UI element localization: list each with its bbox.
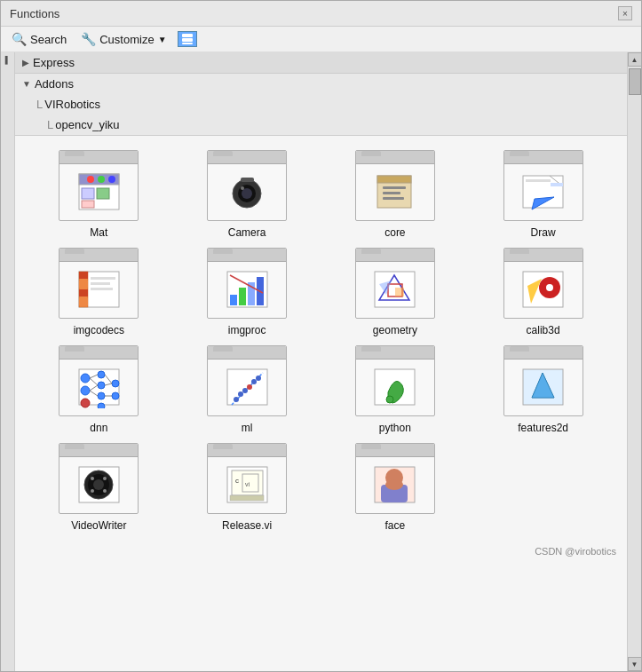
icon-box-geometry xyxy=(355,248,435,319)
pin-button[interactable] xyxy=(178,31,197,47)
icon-item-imgproc[interactable]: imgproc xyxy=(178,248,317,336)
tree-item-addons[interactable]: ▼ Addons xyxy=(15,74,627,94)
icon-item-imgcodecs[interactable]: imgcodecs xyxy=(29,248,169,336)
svg-point-70 xyxy=(242,388,248,393)
svg-rect-17 xyxy=(377,176,411,183)
scroll-down-button[interactable]: ▼ xyxy=(628,657,642,671)
left-sidebar: ▌ xyxy=(1,52,15,671)
icon-item-release[interactable]: c vi Release.vi xyxy=(178,443,317,532)
close-button[interactable]: × xyxy=(618,6,632,20)
search-button[interactable]: 🔍 Search xyxy=(8,30,70,48)
svg-point-52 xyxy=(81,399,90,407)
svg-rect-92 xyxy=(230,495,264,501)
svg-rect-44 xyxy=(395,288,404,296)
icon-item-calib3d[interactable]: calib3d xyxy=(473,248,613,336)
search-icon: 🔍 xyxy=(12,32,27,46)
svg-point-71 xyxy=(247,384,252,390)
svg-point-5 xyxy=(87,176,94,183)
icon-label-mat: Mat xyxy=(90,226,107,239)
svg-text:vi: vi xyxy=(245,481,250,487)
addons-arrow-icon: ▼ xyxy=(22,79,31,89)
svg-rect-2 xyxy=(182,43,193,44)
icon-box-python xyxy=(355,345,435,416)
icon-image-mat xyxy=(72,168,125,216)
icon-label-dnn: dnn xyxy=(90,422,107,434)
icon-label-core: core xyxy=(384,226,405,239)
svg-point-85 xyxy=(91,489,94,493)
svg-rect-0 xyxy=(182,34,193,37)
wrench-icon: 🔧 xyxy=(81,32,96,46)
icon-item-videowriter[interactable]: VideoWriter xyxy=(29,443,169,532)
customize-label: Customize xyxy=(99,33,154,46)
svg-rect-28 xyxy=(79,281,88,288)
svg-point-51 xyxy=(81,386,90,395)
content-area: ▌ ▶ Express ▼ Addons L VIRobotics xyxy=(1,52,641,671)
svg-text:c: c xyxy=(235,477,239,485)
scrollbar[interactable]: ▲ ▼ xyxy=(627,52,641,671)
icon-item-core[interactable]: core xyxy=(326,150,465,239)
icon-item-mat[interactable]: Mat xyxy=(29,150,169,239)
icon-image-camera xyxy=(220,168,273,216)
svg-point-57 xyxy=(112,380,119,387)
icon-item-dnn[interactable]: dnn xyxy=(29,345,169,434)
svg-rect-9 xyxy=(97,188,109,199)
svg-point-72 xyxy=(251,379,257,384)
express-arrow-icon: ▶ xyxy=(22,58,29,67)
svg-point-50 xyxy=(81,374,90,383)
icon-image-draw xyxy=(517,168,570,216)
icon-item-python[interactable]: python xyxy=(326,345,465,434)
svg-rect-10 xyxy=(82,201,94,208)
left-indicator: ▌ xyxy=(1,52,15,67)
l-connector2-icon: L xyxy=(47,118,53,131)
svg-point-73 xyxy=(256,376,261,381)
watermark: CSDN @virobotics xyxy=(535,546,616,557)
svg-point-14 xyxy=(241,186,244,190)
icon-image-core xyxy=(369,168,422,216)
svg-point-83 xyxy=(91,477,94,480)
virobotics-label: VIRobotics xyxy=(44,98,100,111)
icon-image-imgcodecs xyxy=(72,265,125,313)
tree-item-opencv-yiku[interactable]: L opencv_yiku xyxy=(40,115,627,135)
icon-label-features2d: features2d xyxy=(518,422,568,434)
customize-button[interactable]: 🔧 Customize ▼ xyxy=(77,30,170,48)
icon-label-release: Release.vi xyxy=(222,519,272,532)
icons-grid: Mat Camera core Draw xyxy=(15,136,627,546)
svg-point-69 xyxy=(238,391,243,397)
scroll-thumb[interactable] xyxy=(629,68,641,95)
icon-box-core xyxy=(355,150,435,221)
svg-point-7 xyxy=(108,176,115,183)
svg-rect-27 xyxy=(79,272,88,279)
scroll-up-button[interactable]: ▲ xyxy=(628,52,642,67)
icon-image-release: c vi xyxy=(220,461,273,509)
icon-box-features2d xyxy=(503,345,583,416)
svg-rect-36 xyxy=(239,288,246,305)
toolbar: 🔍 Search 🔧 Customize ▼ xyxy=(1,27,641,52)
svg-rect-20 xyxy=(383,197,404,200)
icon-box-calib3d xyxy=(503,248,583,319)
icon-label-imgcodecs: imgcodecs xyxy=(74,324,124,336)
icon-box-imgcodecs xyxy=(59,248,139,319)
tree-item-express[interactable]: ▶ Express xyxy=(15,52,627,74)
svg-rect-30 xyxy=(79,298,88,305)
icon-item-draw[interactable]: Draw xyxy=(473,150,613,239)
icon-item-geometry[interactable]: geometry xyxy=(326,248,465,336)
l-connector-icon: L xyxy=(36,98,43,111)
pin-icon xyxy=(180,32,194,46)
svg-rect-33 xyxy=(91,288,113,290)
icon-item-face[interactable]: face xyxy=(326,443,465,532)
icon-item-ml[interactable]: ml xyxy=(178,345,317,434)
svg-rect-24 xyxy=(526,179,551,182)
svg-point-58 xyxy=(112,392,119,399)
icon-box-face xyxy=(355,443,435,514)
tree-item-virobotics[interactable]: L VIRobotics xyxy=(29,94,627,115)
icon-item-camera[interactable]: Camera xyxy=(178,150,317,239)
opencv-yiku-label: opencv_yiku xyxy=(55,118,119,131)
icon-item-features2d[interactable]: features2d xyxy=(473,345,613,434)
icon-box-draw xyxy=(503,150,583,221)
svg-rect-31 xyxy=(91,277,115,280)
icon-label-camera: Camera xyxy=(228,226,266,239)
main-panel: ▶ Express ▼ Addons L VIRobotics L opencv… xyxy=(15,52,627,671)
icon-box-camera xyxy=(207,150,287,221)
svg-point-48 xyxy=(546,284,553,291)
svg-rect-8 xyxy=(82,188,94,199)
